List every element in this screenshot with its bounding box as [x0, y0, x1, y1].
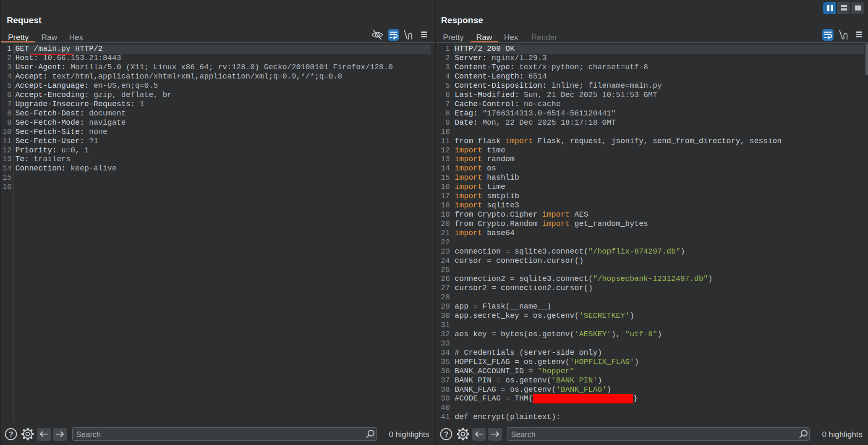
svg-text:?: ?: [8, 430, 13, 439]
svg-text:?: ?: [444, 430, 449, 439]
